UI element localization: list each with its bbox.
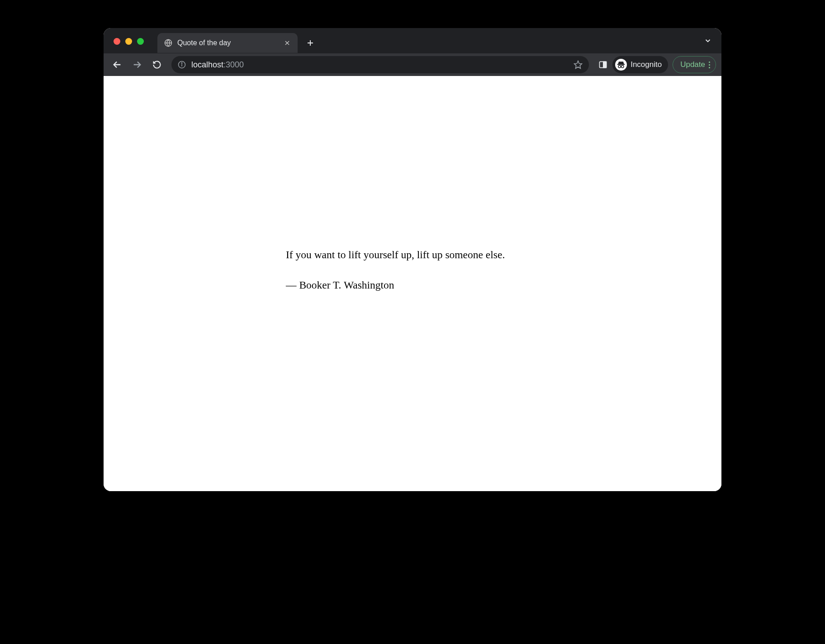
- url-host: localhost: [191, 60, 223, 69]
- browser-tab[interactable]: Quote of the day: [157, 33, 298, 53]
- new-tab-button[interactable]: [303, 36, 318, 50]
- url-port: :3000: [223, 60, 244, 69]
- globe-icon: [164, 38, 173, 47]
- browser-window: Quote of the day: [104, 28, 721, 491]
- incognito-label: Incognito: [631, 60, 662, 69]
- tab-title: Quote of the day: [177, 39, 279, 47]
- update-label: Update: [680, 60, 705, 69]
- svg-point-10: [181, 63, 182, 64]
- incognito-icon: [615, 59, 627, 71]
- back-button[interactable]: [109, 57, 125, 73]
- tab-bar: Quote of the day: [104, 28, 721, 53]
- side-panel-icon[interactable]: [598, 60, 608, 70]
- incognito-badge[interactable]: Incognito: [612, 56, 668, 73]
- svg-point-15: [618, 66, 621, 68]
- svg-marker-11: [574, 61, 582, 69]
- toolbar-right: Incognito Update: [595, 56, 716, 73]
- svg-point-16: [621, 66, 624, 68]
- tabs-dropdown-button[interactable]: [702, 35, 713, 46]
- quote-author: — Booker T. Washington: [286, 278, 539, 292]
- forward-button[interactable]: [129, 57, 145, 73]
- svg-rect-14: [617, 64, 625, 65]
- update-button[interactable]: Update: [673, 56, 716, 73]
- site-info-icon[interactable]: [178, 61, 186, 69]
- minimize-window-button[interactable]: [125, 38, 132, 45]
- quote-text: If you want to lift yourself up, lift up…: [286, 248, 539, 262]
- close-tab-icon[interactable]: [283, 39, 291, 47]
- quote-block: If you want to lift yourself up, lift up…: [286, 248, 539, 491]
- svg-rect-13: [603, 62, 607, 67]
- url-text: localhost:3000: [191, 60, 568, 70]
- reload-button[interactable]: [149, 57, 165, 73]
- bookmark-icon[interactable]: [574, 60, 583, 69]
- close-window-button[interactable]: [114, 38, 120, 45]
- kebab-menu-icon[interactable]: [709, 62, 710, 68]
- browser-toolbar: localhost:3000: [104, 53, 721, 76]
- address-bar[interactable]: localhost:3000: [171, 56, 589, 73]
- window-controls: [104, 38, 153, 48]
- page-content: If you want to lift yourself up, lift up…: [104, 76, 721, 491]
- maximize-window-button[interactable]: [137, 38, 144, 45]
